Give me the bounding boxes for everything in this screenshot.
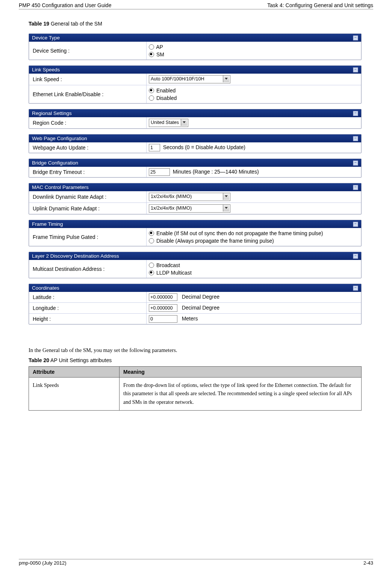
bridge-timeout-suffix: Minutes (Range : 25—1440 Minutes) xyxy=(173,169,259,175)
longitude-label: Longitude : xyxy=(29,303,146,313)
radio-sm-label: SM xyxy=(156,51,164,57)
downlink-rate-select[interactable]: 1x/2x/4x/6x (MIMO) xyxy=(149,193,230,201)
radio-frame-enable[interactable] xyxy=(149,231,154,236)
latitude-input[interactable]: +0.000000 xyxy=(149,293,177,301)
radio-ap-label: AP xyxy=(156,44,163,50)
table-20-title: AP Unit Settings attributes xyxy=(49,357,112,363)
chevron-down-icon xyxy=(223,76,229,82)
collapse-icon[interactable]: − xyxy=(353,67,358,73)
latitude-suffix: Decimal Degree xyxy=(182,294,219,300)
radio-enabled[interactable] xyxy=(149,88,154,93)
col-meaning: Meaning xyxy=(120,367,362,378)
panel-header-coordinates: Coordinates − xyxy=(29,284,361,292)
panel-bridge-config: Bridge Configuration − Bridge Entry Time… xyxy=(29,159,362,178)
radio-lldp[interactable] xyxy=(149,270,154,275)
panel-title: Link Speeds xyxy=(32,67,60,73)
downlink-rate-label: Downlink Dynamic Rate Adapt : xyxy=(29,191,146,202)
height-label: Height : xyxy=(29,314,146,324)
col-attribute: Attribute xyxy=(29,367,120,378)
panel-title: Frame Timing xyxy=(32,221,63,227)
table-20-caption: Table 20 AP Unit Settings attributes xyxy=(29,357,373,363)
cell-meaning: From the drop-down list of options, sele… xyxy=(120,378,362,411)
radio-broadcast-label: Broadcast xyxy=(156,262,180,268)
height-input[interactable]: 0 xyxy=(149,315,177,323)
panel-webpage-config: Web Page Configuration − Webpage Auto Up… xyxy=(29,134,362,153)
page-header: PMP 450 Configuration and User Guide Tas… xyxy=(19,2,373,9)
longitude-suffix: Decimal Degree xyxy=(182,305,219,311)
collapse-icon[interactable]: − xyxy=(353,35,358,41)
radio-broadcast[interactable] xyxy=(149,263,154,268)
collapse-icon[interactable]: − xyxy=(353,222,358,227)
collapse-icon[interactable]: − xyxy=(353,160,358,166)
radio-disabled-label: Disabled xyxy=(156,95,177,101)
panel-link-speeds: Link Speeds − Link Speed : Auto 100F/100… xyxy=(29,65,362,104)
page-footer: pmp-0050 (July 2012) 2-43 xyxy=(19,559,373,566)
panel-header-layer2: Layer 2 Discovery Destination Address − xyxy=(29,252,361,260)
collapse-icon[interactable]: − xyxy=(353,136,358,141)
region-code-select[interactable]: United States xyxy=(149,119,188,127)
latitude-label: Latitude : xyxy=(29,292,146,302)
radio-ap[interactable] xyxy=(149,44,154,50)
radio-frame-disable[interactable] xyxy=(149,238,154,243)
panel-header-device-type: Device Type − xyxy=(29,34,361,42)
panel-title: MAC Control Parameters xyxy=(32,184,89,190)
radio-lldp-label: LLDP Multicast xyxy=(156,270,192,276)
panel-frame-timing: Frame Timing − Frame Timing Pulse Gated … xyxy=(29,220,362,246)
footer-right: 2-43 xyxy=(363,560,373,566)
footer-left: pmp-0050 (July 2012) xyxy=(19,560,66,566)
panel-title: Device Type xyxy=(32,35,60,41)
header-right: Task 4: Configuring General and Unit set… xyxy=(267,2,373,8)
multicast-dest-label: Multicast Destination Address : xyxy=(29,260,146,278)
header-left: PMP 450 Configuration and User Guide xyxy=(19,2,111,8)
collapse-icon[interactable]: − xyxy=(353,254,358,259)
collapse-icon[interactable]: − xyxy=(353,111,358,116)
chevron-down-icon xyxy=(181,119,187,126)
panel-layer2: Layer 2 Discovery Destination Address − … xyxy=(29,252,362,278)
panel-coordinates: Coordinates − Latitude : +0.000000 Decim… xyxy=(29,284,362,325)
device-setting-value: AP SM xyxy=(146,42,361,60)
auto-update-suffix: Seconds (0 = Disable Auto Update) xyxy=(163,144,245,150)
collapse-icon[interactable]: − xyxy=(353,286,358,291)
chevron-down-icon xyxy=(223,205,229,211)
table-row: Attribute Meaning xyxy=(29,367,362,378)
frame-gated-label: Frame Timing Pulse Gated : xyxy=(29,228,146,246)
table-row: Link Speeds From the drop-down list of o… xyxy=(29,378,362,411)
panel-header-bridge: Bridge Configuration − xyxy=(29,159,361,167)
uplink-rate-label: Uplink Dynamic Rate Adapt : xyxy=(29,203,146,214)
table-19-title: General tab of the SM xyxy=(49,21,102,27)
ap-unit-settings-table: Attribute Meaning Link Speeds From the d… xyxy=(29,366,362,411)
table-19-caption: Table 19 General tab of the SM xyxy=(29,21,373,27)
panel-header-frame: Frame Timing − xyxy=(29,220,361,228)
panel-header-regional: Regional Settings − xyxy=(29,109,361,117)
panel-header-link-speeds: Link Speeds − xyxy=(29,66,361,74)
chevron-down-icon xyxy=(223,193,229,200)
collapse-icon[interactable]: − xyxy=(353,185,358,190)
panel-mac-control: MAC Control Parameters − Downlink Dynami… xyxy=(29,183,362,215)
panel-title: Layer 2 Discovery Destination Address xyxy=(32,253,119,259)
general-tab-screenshot: Device Type − Device Setting : AP SM Lin… xyxy=(29,33,362,325)
region-code-label: Region Code : xyxy=(29,117,146,128)
bridge-timeout-label: Bridge Entry Timeout : xyxy=(29,167,146,177)
cell-attribute: Link Speeds xyxy=(29,378,120,411)
radio-enabled-label: Enabled xyxy=(156,88,176,94)
radio-disabled[interactable] xyxy=(149,95,154,101)
auto-update-label: Webpage Auto Update : xyxy=(29,142,146,153)
panel-device-type: Device Type − Device Setting : AP SM xyxy=(29,33,362,60)
body-paragraph: In the General tab of the SM, you may se… xyxy=(29,347,373,353)
panel-title: Bridge Configuration xyxy=(32,160,78,166)
panel-title: Coordinates xyxy=(32,285,59,291)
radio-frame-enable-label: Enable (If SM out of sync then do not pr… xyxy=(156,230,323,236)
ethernet-enable-label: Ethernet Link Enable/Disable : xyxy=(29,85,146,103)
device-setting-label: Device Setting : xyxy=(29,42,146,60)
link-speed-select[interactable]: Auto 100F/100H/10F/10H xyxy=(149,75,230,83)
radio-frame-disable-label: Disable (Always propagate the frame timi… xyxy=(156,238,274,244)
panel-regional-settings: Regional Settings − Region Code : United… xyxy=(29,109,362,129)
radio-sm[interactable] xyxy=(149,52,154,57)
link-speed-label: Link Speed : xyxy=(29,74,146,85)
longitude-input[interactable]: +0.000000 xyxy=(149,304,177,312)
auto-update-input[interactable]: 1 xyxy=(149,144,160,151)
height-suffix: Meters xyxy=(182,316,198,322)
panel-title: Regional Settings xyxy=(32,110,72,116)
bridge-timeout-input[interactable]: 25 xyxy=(149,168,170,176)
uplink-rate-select[interactable]: 1x/2x/4x/6x (MIMO) xyxy=(149,204,230,213)
